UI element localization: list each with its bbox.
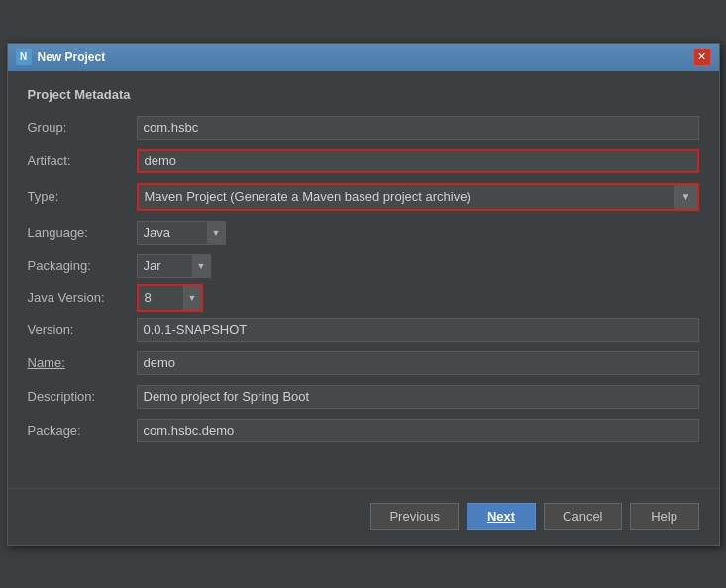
- description-input[interactable]: [137, 385, 699, 409]
- artifact-row: Artifact:: [28, 149, 699, 173]
- section-title: Project Metadata: [28, 87, 699, 102]
- type-select[interactable]: Maven Project (Generate a Maven based pr…: [139, 185, 675, 209]
- type-label: Type:: [28, 189, 137, 204]
- packaging-dropdown-arrow-icon[interactable]: ▼: [192, 254, 210, 278]
- language-label: Language:: [28, 225, 137, 240]
- app-icon: N: [16, 49, 32, 65]
- description-label: Description:: [28, 389, 137, 404]
- cancel-button[interactable]: Cancel: [544, 503, 621, 530]
- java-version-select-wrapper: 8 11 17 ▼: [139, 286, 201, 310]
- help-button[interactable]: Help: [630, 503, 699, 530]
- version-input[interactable]: [137, 318, 699, 342]
- version-label: Version:: [28, 322, 137, 337]
- language-select-wrapper: Java Kotlin Groovy ▼: [137, 221, 226, 245]
- window-title: New Project: [38, 50, 106, 64]
- name-label: Name:: [28, 355, 137, 370]
- description-row: Description:: [28, 385, 699, 409]
- language-row: Language: Java Kotlin Groovy ▼: [28, 221, 699, 245]
- java-version-label: Java Version:: [28, 290, 137, 305]
- group-input[interactable]: [137, 116, 699, 140]
- titlebar: N New Project ✕: [8, 44, 719, 71]
- artifact-input[interactable]: [137, 149, 699, 173]
- packaging-label: Packaging:: [28, 258, 137, 273]
- group-label: Group:: [28, 120, 137, 135]
- content-area: Project Metadata Group: Artifact: Type: …: [8, 71, 719, 468]
- type-dropdown-arrow-icon[interactable]: ▼: [675, 185, 697, 209]
- type-select-wrapper: Maven Project (Generate a Maven based pr…: [137, 183, 699, 211]
- previous-button[interactable]: Previous: [370, 503, 459, 530]
- titlebar-left: N New Project: [16, 49, 106, 65]
- java-version-wrapper: 8 11 17 ▼: [137, 284, 203, 312]
- group-row: Group:: [28, 116, 699, 140]
- packaging-select-wrapper: Jar War ▼: [137, 254, 211, 278]
- next-button[interactable]: Next: [467, 503, 536, 530]
- packaging-select[interactable]: Jar War: [138, 255, 192, 276]
- java-version-dropdown-arrow-icon[interactable]: ▼: [183, 286, 201, 310]
- packaging-row: Packaging: Jar War ▼: [28, 254, 699, 278]
- name-row: Name:: [28, 351, 699, 375]
- language-dropdown-arrow-icon[interactable]: ▼: [207, 221, 225, 245]
- artifact-label: Artifact:: [28, 153, 137, 168]
- language-select[interactable]: Java Kotlin Groovy: [138, 222, 207, 243]
- type-row: Type: Maven Project (Generate a Maven ba…: [28, 183, 699, 211]
- package-label: Package:: [28, 423, 137, 438]
- package-input[interactable]: [137, 419, 699, 442]
- close-button[interactable]: ✕: [693, 49, 711, 66]
- main-window: N New Project ✕ Project Metadata Group: …: [7, 43, 720, 546]
- java-version-row: Java Version: 8 11 17 ▼: [28, 284, 699, 312]
- footer: Previous Next Cancel Help: [8, 488, 719, 545]
- package-row: Package:: [28, 419, 699, 442]
- version-row: Version:: [28, 318, 699, 342]
- java-version-select[interactable]: 8 11 17: [139, 287, 183, 308]
- name-input[interactable]: [137, 351, 699, 375]
